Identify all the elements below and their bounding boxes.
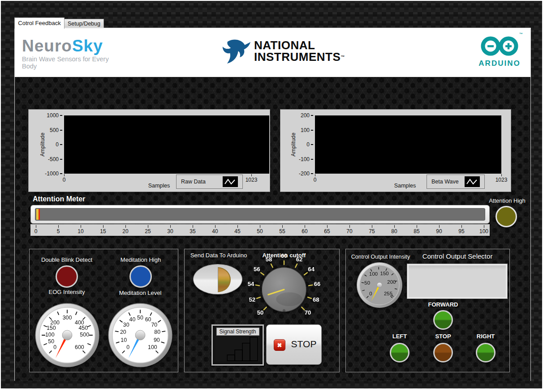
neurosky-wordmark: NeuroSky — [22, 38, 125, 55]
send-data-label: Send Data To Arduino — [183, 252, 254, 259]
right-led — [476, 343, 496, 362]
slider-fill-red[interactable] — [39, 209, 40, 220]
svg-text:58: 58 — [266, 256, 272, 263]
right-label: RIGHT — [459, 333, 513, 340]
control-output-selector-display — [407, 264, 507, 298]
svg-text:56: 56 — [254, 266, 260, 273]
svg-text:100: 100 — [148, 344, 157, 350]
app-window: Setup/Debug Cotrol Feedback NeuroSky Bra… — [0, 0, 543, 392]
double-blink-label: Double Blink Detect — [31, 256, 103, 263]
x-tick-max: 1023 — [491, 177, 511, 183]
control-output-intensity-label: Control Output Intensity — [346, 254, 415, 260]
arduino-control-panel: Send Data To Arduino Attention cutoff 50… — [184, 249, 340, 372]
double-blink-led — [56, 265, 78, 288]
attention-high-label: Attention High — [476, 197, 539, 204]
svg-text:100: 100 — [45, 332, 55, 338]
attention-high-led — [496, 206, 517, 227]
stop-button-label: STOP — [289, 339, 319, 349]
ni-eagle-icon — [222, 37, 251, 68]
forward-led — [433, 310, 453, 330]
arduino-infinity-icon — [480, 35, 519, 57]
beta-wave-plot-legend[interactable]: Beta Wave — [427, 175, 485, 189]
svg-text:40: 40 — [129, 316, 136, 323]
tab-setup-debug[interactable]: Setup/Debug — [64, 19, 104, 29]
svg-text:68: 68 — [313, 296, 319, 303]
stop-led — [433, 343, 453, 362]
biosignal-panel: Double Blink Detect Meditation High EOG … — [29, 249, 178, 372]
svg-text:100: 100 — [369, 271, 378, 277]
stop-button[interactable]: ✖ STOP — [266, 324, 322, 365]
raw-data-plot-legend[interactable]: Raw Data — [176, 175, 243, 189]
arduino-tm: ™ — [519, 32, 523, 36]
svg-text:150: 150 — [47, 325, 56, 331]
meditation-high-led — [129, 265, 152, 288]
svg-text:70: 70 — [151, 322, 157, 328]
svg-text:500: 500 — [80, 332, 89, 338]
x-tick-max: 1023 — [241, 177, 261, 183]
neurosky-tagline: Brain Wave Sensors for Every Body — [22, 55, 125, 70]
toggle-half-disc — [218, 267, 231, 292]
slider-track — [35, 208, 485, 221]
svg-text:52: 52 — [249, 296, 255, 303]
tab-page: NeuroSky Brain Wave Sensors for Every Bo… — [14, 28, 531, 381]
tab-control-feedback[interactable]: Cotrol Feedback — [14, 17, 65, 29]
svg-text:150: 150 — [380, 271, 389, 276]
svg-text:50: 50 — [137, 315, 143, 321]
x-axis-label: Samples — [387, 183, 423, 189]
svg-text:200: 200 — [387, 279, 396, 285]
eog-intensity-gauge: 050100150200300400450500600 — [34, 303, 100, 368]
meditation-level-label: Meditation Level — [104, 290, 176, 296]
attention-meter-slider[interactable] — [30, 205, 490, 224]
tab-control-caption: Tab Control — [15, 381, 43, 388]
control-output-selector-label: Control Output Selector — [408, 252, 507, 260]
svg-text:10: 10 — [121, 337, 127, 343]
svg-text:80: 80 — [154, 329, 160, 335]
stop-x-icon: ✖ — [274, 339, 285, 351]
svg-text:66: 66 — [314, 281, 321, 287]
svg-text:54: 54 — [248, 281, 254, 287]
bottom-strip — [1, 388, 542, 391]
raw-data-chart: Amplitude 10005000-500-1000 0 1023 Sampl… — [28, 109, 270, 192]
svg-text:70: 70 — [305, 309, 311, 316]
waveform-icon — [223, 176, 238, 187]
meditation-high-label: Meditation High — [105, 256, 177, 263]
svg-text:600: 600 — [75, 344, 84, 350]
beta-wave-chart: Amplitude 2001000-100-200 0 1023 Samples… — [280, 109, 511, 192]
x-tick-min: 0 — [310, 177, 319, 183]
national-instruments-logo: NATIONAL INSTRUMENTS™ — [222, 36, 338, 70]
svg-text:200: 200 — [50, 320, 60, 326]
attention-meter-title: Attention Meter — [33, 195, 85, 203]
signal-strength-indicator: Signal Strength — [211, 324, 264, 366]
x-axis-label: Samples — [141, 183, 177, 189]
svg-text:0: 0 — [126, 344, 129, 350]
control-output-panel: Control Output Intensity 050100150200255… — [345, 249, 510, 372]
svg-text:0: 0 — [369, 291, 372, 296]
attention-cutoff-knob[interactable]: 5052545658606264666870 — [246, 251, 322, 328]
send-data-toggle-button[interactable] — [193, 264, 242, 294]
signal-bars-icon — [223, 335, 262, 362]
svg-text:90: 90 — [154, 337, 160, 343]
control-output-intensity-gauge: 050100150200255 — [356, 262, 403, 308]
svg-text:20: 20 — [120, 329, 126, 335]
arduino-wordmark: ARDUINO — [474, 59, 525, 68]
svg-text:50: 50 — [364, 280, 370, 285]
forward-label: FORWARD — [416, 301, 470, 308]
svg-text:450: 450 — [78, 325, 88, 331]
svg-text:255: 255 — [384, 291, 392, 296]
x-tick-min: 0 — [60, 177, 69, 183]
svg-text:62: 62 — [296, 256, 303, 263]
logo-strip: NeuroSky Brain Wave Sensors for Every Bo… — [15, 29, 530, 77]
ni-wordmark: NATIONAL INSTRUMENTS™ — [254, 39, 345, 63]
left-led — [390, 343, 409, 362]
svg-text:300: 300 — [63, 315, 72, 321]
svg-text:0: 0 — [53, 344, 56, 350]
svg-text:50: 50 — [257, 309, 264, 316]
waveform-icon — [465, 176, 480, 187]
arduino-logo: ™ ARDUINO — [474, 31, 525, 74]
svg-text:64: 64 — [308, 266, 315, 273]
neurosky-logo: NeuroSky Brain Wave Sensors for Every Bo… — [22, 38, 125, 70]
svg-text:60: 60 — [281, 252, 288, 259]
svg-text:30: 30 — [123, 322, 129, 328]
attention-scale: 0510152025303540455055606570758085909510… — [30, 224, 490, 236]
meditation-level-gauge: 0102030405060708090100 — [108, 303, 173, 368]
